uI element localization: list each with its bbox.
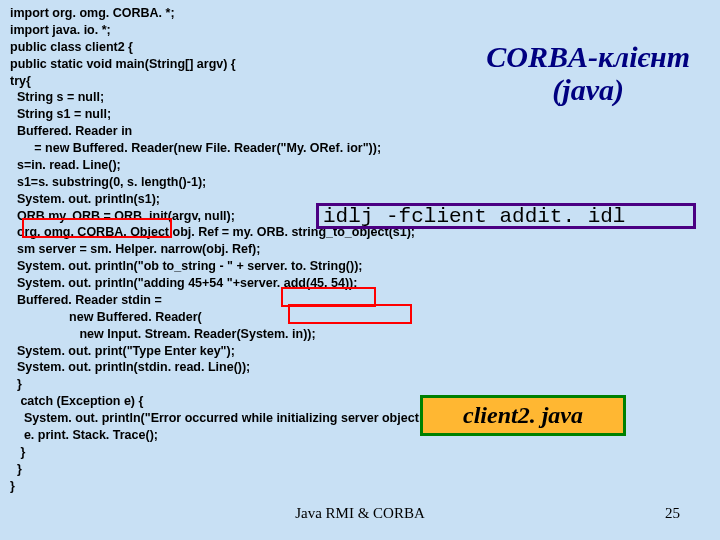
client-file-box: client2. java — [420, 395, 626, 436]
slide-title: CORBA-клієнт (java) — [486, 40, 690, 106]
slide-container: import org. omg. CORBA. *; import java. … — [0, 0, 720, 540]
page-number: 25 — [665, 505, 680, 522]
client-file-label: client2. java — [463, 402, 583, 429]
footer-text: Java RMI & CORBA — [0, 505, 720, 522]
title-line2: (java) — [486, 73, 690, 106]
idlj-command-text: idlj -fclient addit. idl — [323, 205, 625, 228]
title-line1: CORBA-клієнт — [486, 40, 690, 73]
idlj-command-box: idlj -fclient addit. idl — [316, 203, 696, 229]
